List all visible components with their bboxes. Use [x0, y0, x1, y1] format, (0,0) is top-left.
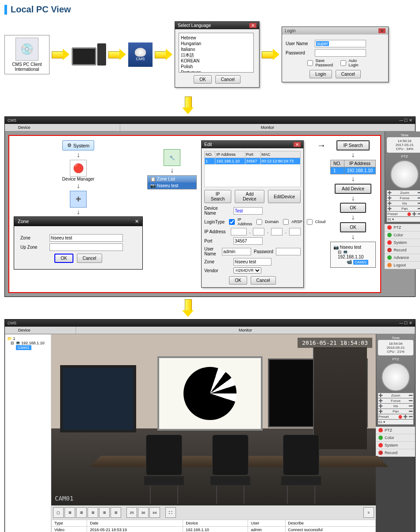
- tab-color[interactable]: Color: [376, 434, 415, 442]
- grid-4-icon[interactable]: ⊞: [65, 507, 75, 518]
- tab-record[interactable]: Record: [376, 449, 415, 457]
- monitor-tab[interactable]: Monitor: [120, 124, 415, 131]
- domain-radio[interactable]: Domain: [255, 218, 279, 226]
- close-icon[interactable]: ✕: [378, 28, 386, 33]
- tab-color[interactable]: Color: [385, 231, 420, 239]
- ip-radio[interactable]: IP Address: [227, 217, 252, 226]
- collapse-icon[interactable]: ≡: [363, 507, 374, 518]
- device-table: NO.IP AddressPortMAC 1192.168.1.10345670…: [204, 151, 301, 165]
- zoom-control[interactable]: ➕Zoom➖: [387, 190, 420, 195]
- table-row[interactable]: 1192.168.1.103456700:12:12:80:24:73: [205, 158, 301, 165]
- table-row[interactable]: 1192.168.1.10: [331, 167, 376, 174]
- login-dialog-title: Login: [285, 28, 295, 33]
- window-controls[interactable]: — ☐ ✕: [399, 321, 412, 325]
- zone-input[interactable]: [233, 258, 271, 266]
- title-bar-icon: [4, 5, 7, 15]
- ok-button[interactable]: OK: [229, 276, 247, 285]
- table-row[interactable]: Video2016-05-21 18:53:19192.168.1.10admi…: [52, 527, 376, 532]
- zoom-control[interactable]: ➕Zoom➖: [378, 393, 413, 398]
- tree-ip[interactable]: 192.168.1.10: [21, 341, 45, 345]
- cloud-radio[interactable]: Cloud: [305, 218, 326, 226]
- ok-button[interactable]: OK: [340, 203, 366, 213]
- side-panel: Time 14:50:16 2017-03-21 CPU : 34% PTZ ➕…: [385, 131, 420, 297]
- grid-8-icon[interactable]: ⊞: [88, 507, 98, 518]
- port-input[interactable]: [233, 237, 263, 245]
- pass-input[interactable]: [276, 248, 301, 255]
- close-icon[interactable]: ✕: [294, 142, 301, 147]
- device-manager-icon[interactable]: 🔴: [70, 160, 87, 177]
- tab-system[interactable]: System: [376, 442, 415, 449]
- device-tab[interactable]: Device: [5, 124, 120, 131]
- grid-64-button[interactable]: 64: [149, 507, 160, 518]
- iris-control[interactable]: ➕Iris➖: [387, 201, 420, 206]
- close-icon[interactable]: ✕: [135, 219, 139, 224]
- ip-input[interactable]: [231, 228, 247, 235]
- cancel-button[interactable]: Cancel: [251, 276, 276, 285]
- grid-9-icon[interactable]: ⊞: [99, 507, 110, 518]
- vendor-select[interactable]: H264DVR: [233, 267, 261, 274]
- edit-dialog: Edit✕ NO.IP AddressPortMAC 1192.168.1.10…: [201, 140, 304, 288]
- tab-ptz[interactable]: PTZ: [385, 224, 420, 231]
- device-tab[interactable]: Device: [5, 327, 76, 334]
- system-button[interactable]: ⚙System: [62, 140, 95, 150]
- username-input[interactable]: super: [316, 41, 329, 46]
- tab-advance[interactable]: Advance: [385, 254, 420, 262]
- ptz-pad[interactable]: [390, 160, 419, 189]
- cms-shortcut-icon[interactable]: CMS: [128, 42, 153, 67]
- devname-input[interactable]: [233, 207, 263, 215]
- video-view[interactable]: 2016-05-21 18:54:03 CAM01: [51, 334, 376, 505]
- zone-list-item[interactable]: 📷hiseeu test: [148, 182, 196, 189]
- ok-button[interactable]: OK: [194, 75, 211, 84]
- ip-search-button[interactable]: IP Search: [336, 140, 370, 150]
- cancel-button[interactable]: Cancel: [77, 254, 102, 263]
- ok-button[interactable]: OK: [340, 222, 366, 232]
- zone-input[interactable]: [50, 234, 123, 242]
- zone-dialog: Zone✕ Zone Up Zone OK Cancel: [14, 216, 143, 270]
- grid-36-button[interactable]: 36: [138, 507, 149, 518]
- upzone-input[interactable]: [50, 243, 123, 251]
- ptz-pad[interactable]: [382, 363, 410, 391]
- zone-dialog-title: Zone: [18, 219, 29, 224]
- ok-button[interactable]: OK: [54, 254, 73, 263]
- device-chip-icon[interactable]: 🔧: [164, 149, 180, 166]
- monitor-tab[interactable]: Monitor: [76, 327, 415, 334]
- save-password-checkbox[interactable]: Save Password: [305, 58, 332, 67]
- close-icon[interactable]: ✕: [249, 23, 256, 28]
- focus-control[interactable]: ➕Focus➖: [378, 398, 413, 403]
- grid-6-icon[interactable]: ⊞: [76, 507, 87, 518]
- pan-control[interactable]: ➕Pan➖: [378, 409, 413, 414]
- add-zone-icon[interactable]: ➕: [70, 191, 87, 208]
- preset-row[interactable]: Preset⬤ ➕ ➖: [387, 212, 420, 216]
- pan-control[interactable]: ➕Pan➖: [387, 206, 420, 211]
- cam-tag[interactable]: CAM01: [353, 260, 369, 265]
- tab-ptz[interactable]: PTZ: [376, 427, 415, 434]
- auto-login-checkbox[interactable]: Auto Login: [339, 58, 365, 67]
- password-input[interactable]: [315, 49, 366, 57]
- edit-device-button[interactable]: EditDevice: [268, 190, 301, 203]
- login-button[interactable]: Login: [309, 70, 332, 78]
- user-input[interactable]: [222, 248, 251, 255]
- tree-cam[interactable]: CAM01: [16, 345, 31, 350]
- grid-25-button[interactable]: 25: [126, 507, 137, 518]
- arsp-radio[interactable]: ARSP: [281, 218, 302, 226]
- left-flow: ⚙System ↓ 🔴 Device Manager ↓ ➕ ↓ Zone✕: [14, 140, 143, 270]
- cancel-button[interactable]: Cancel: [336, 70, 361, 78]
- grid-16-icon[interactable]: ⊞: [111, 507, 121, 518]
- tab-logout[interactable]: Logout: [385, 262, 420, 269]
- add-device-button[interactable]: Add Device: [235, 190, 264, 203]
- cancel-button[interactable]: Cancel: [215, 75, 241, 84]
- ip-search-button[interactable]: IP Search: [204, 190, 231, 203]
- tab-record[interactable]: Record: [385, 247, 420, 254]
- tour-row[interactable]: 01 ▾: [387, 217, 420, 222]
- preset-row[interactable]: Preset⬤ ➕ ➖: [378, 414, 413, 419]
- focus-control[interactable]: ➕Focus➖: [387, 196, 420, 200]
- tour-row[interactable]: 01 ▾: [378, 420, 413, 424]
- language-listbox[interactable]: HebrewHungarian Italiano日本語 KOREANPolish…: [179, 33, 254, 73]
- window-controls[interactable]: — ☐ ✕: [399, 118, 412, 123]
- iris-control[interactable]: ➕Iris➖: [378, 404, 413, 409]
- fullscreen-icon[interactable]: ⛶: [165, 507, 176, 518]
- grid-1-icon[interactable]: ▢: [53, 507, 64, 518]
- right-flow: →: [317, 140, 326, 150]
- add-device-button[interactable]: Add Device: [335, 184, 371, 194]
- tab-system[interactable]: System: [385, 239, 420, 247]
